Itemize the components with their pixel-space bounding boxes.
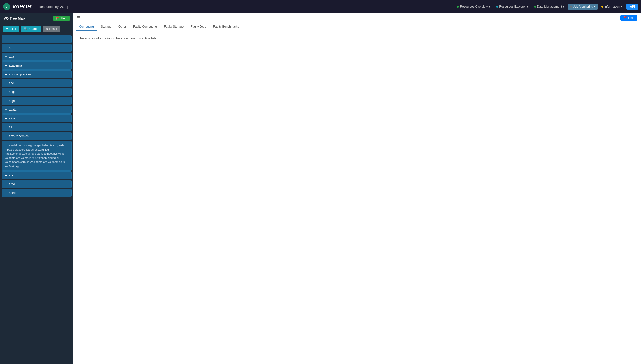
tab-storage[interactable]: Storage [97, 23, 115, 31]
nav-caret-resources-overview: ▾ [489, 5, 490, 8]
sidebar-item-agata[interactable]: +agata [2, 106, 72, 114]
tab-other[interactable]: Other [115, 23, 130, 31]
nav-btn-resources-overview[interactable]: Resources Overview▾ [454, 4, 493, 10]
help-flag-icon: 🚩 [56, 17, 60, 20]
sidebar-item-dot[interactable]: +. [2, 35, 72, 43]
plus-icon: + [5, 174, 7, 177]
svg-text:V: V [6, 5, 8, 9]
reset-label: Reset [49, 27, 57, 31]
plus-icon: + [5, 117, 7, 120]
sidebar-item-argo[interactable]: +argo [2, 180, 72, 188]
nav-dot-data-management [534, 6, 536, 8]
navbar: V VAPOR | Resources by VO | Resources Ov… [0, 0, 641, 13]
sidebar-item-label: a [9, 46, 11, 50]
content-body: There is no information to be shown on t… [73, 31, 641, 364]
sidebar-header: VO Tree Map 🚩 Help [0, 13, 73, 24]
sidebar-item-label: aegis [9, 90, 16, 94]
expanded-tags: ams02.cern.ch argo auger belle dteam ger… [5, 144, 65, 168]
nav-dot-resources-explorer [496, 6, 498, 8]
sidebar-item-ail[interactable]: +ail [2, 123, 72, 131]
sidebar-item-astro[interactable]: +astro [2, 189, 72, 197]
nav-caret-job-monitoring: ▾ [594, 5, 595, 8]
sidebar-item-label: acc-comp.egi.eu [9, 73, 31, 76]
api-button[interactable]: API [626, 4, 638, 10]
nav-label-data-management: Data Management [537, 5, 562, 8]
sidebar-item-label: astro [9, 191, 16, 195]
breadcrumb-sep: | [36, 5, 36, 9]
content-area: ☰ 🚩 Help ComputingStorageOtherFaulty Com… [73, 13, 641, 364]
sidebar-item-alice[interactable]: +alice [2, 114, 72, 122]
sidebar-item-label: aaa [9, 55, 14, 58]
nav-btn-information[interactable]: Information▾ [599, 4, 624, 10]
plus-icon: + [5, 125, 7, 129]
search-button[interactable]: 🔍 Search [21, 26, 41, 32]
plus-icon: + [5, 90, 7, 94]
sidebar-item-ams02[interactable]: +ams02.cern.ch [2, 132, 72, 140]
filter-label: Filter [10, 27, 16, 31]
breadcrumb-text: Resources by VO [39, 5, 65, 9]
tabs-bar: ComputingStorageOtherFaulty ComputingFau… [73, 23, 641, 31]
sidebar-list: +.+a+aaa+academia+acc-comp.egi.eu+aec+ae… [0, 34, 73, 364]
nav-caret-data-management: ▾ [563, 5, 564, 8]
sidebar-item-label: afgrid [9, 99, 16, 103]
nav-btn-data-management[interactable]: Data Management▾ [532, 4, 567, 10]
navbar-logo: V VAPOR [3, 3, 32, 11]
sidebar-help-label: Help [61, 17, 67, 20]
nav-label-information: Information [604, 5, 620, 8]
plus-icon: + [5, 55, 7, 58]
search-icon: 🔍 [24, 27, 28, 31]
sidebar-item-label: apc [9, 174, 14, 177]
plus-icon: + [5, 46, 7, 50]
sidebar-item-acc-comp[interactable]: +acc-comp.egi.eu [2, 70, 72, 78]
plus-icon: + [5, 37, 7, 41]
sidebar-item-label: aec [9, 81, 14, 85]
content-help-button[interactable]: 🚩 Help [620, 15, 637, 21]
filter-button[interactable]: ▼ Filter [3, 26, 19, 32]
sidebar-item-aaa[interactable]: +aaa [2, 53, 72, 61]
sidebar-item-label: . [9, 37, 10, 41]
filter-icon: ▼ [6, 27, 9, 31]
content-help-label: Help [628, 16, 634, 20]
sidebar-title: VO Tree Map [4, 16, 25, 20]
sidebar-help-button[interactable]: 🚩 Help [53, 16, 70, 21]
tab-faulty-benchmarks[interactable]: Faulty Benchmarks [210, 23, 243, 31]
sidebar-item-aegis[interactable]: +aegis [2, 88, 72, 96]
nav-btn-job-monitoring[interactable]: Job Monitoring▾ [568, 4, 598, 10]
plus-icon: + [5, 191, 7, 195]
brand-name: VAPOR [12, 3, 32, 10]
sidebar-item-apc[interactable]: +apc [2, 171, 72, 179]
main-layout: VO Tree Map 🚩 Help ▼ Filter 🔍 Search ↺ R… [0, 13, 641, 364]
nav-dot-resources-overview [457, 6, 459, 8]
sidebar-item-label: ail [9, 125, 12, 129]
sidebar-item-label: alice [9, 117, 15, 120]
tab-faulty-jobs[interactable]: Faulty Jobs [187, 23, 209, 31]
nav-caret-information: ▾ [621, 5, 622, 8]
tab-computing[interactable]: Computing [76, 23, 97, 31]
sidebar-item-label: agata [9, 108, 16, 111]
nav-dot-job-monitoring [570, 6, 572, 8]
help-flag-icon2: 🚩 [623, 16, 627, 20]
sidebar-item-afgrid[interactable]: +afgrid [2, 97, 72, 105]
nav-caret-resources-explorer: ▾ [527, 5, 528, 8]
tab-faulty-computing[interactable]: Faulty Computing [130, 23, 160, 31]
plus-icon: + [5, 73, 7, 76]
sidebar-item-expanded[interactable]: +ams02.cern.ch argo auger belle dteam ge… [2, 141, 72, 171]
tab-faulty-storage[interactable]: Faulty Storage [160, 23, 187, 31]
plus-icon: + [5, 99, 7, 103]
sidebar-item-a[interactable]: +a [2, 44, 72, 52]
reset-button[interactable]: ↺ Reset [43, 26, 60, 32]
sidebar-item-academia[interactable]: +academia [2, 61, 72, 70]
sidebar-actions: ▼ Filter 🔍 Search ↺ Reset [0, 24, 73, 34]
plus-icon: + [5, 182, 7, 186]
plus-icon: + [5, 81, 7, 85]
breadcrumb: | Resources by VO | [36, 5, 68, 9]
nav-btn-resources-explorer[interactable]: Resources Explorer▾ [494, 4, 530, 10]
plus-icon: + [5, 134, 7, 138]
sidebar-item-aec[interactable]: +aec [2, 79, 72, 87]
plus-icon: + [5, 64, 7, 67]
vapor-logo-icon: V [3, 3, 11, 11]
hamburger-icon[interactable]: ☰ [77, 15, 81, 21]
plus-icon: + [5, 108, 7, 111]
empty-message: There is no information to be shown on t… [78, 36, 636, 40]
plus-icon-expanded: + [5, 143, 7, 147]
